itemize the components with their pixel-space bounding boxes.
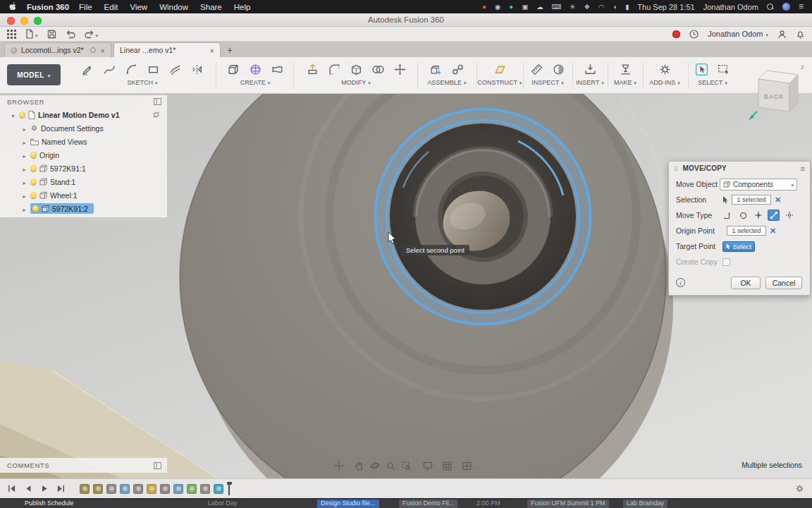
pan-hand-button[interactable]	[355, 461, 364, 471]
menubar-menu-item[interactable]: Share	[200, 3, 222, 11]
move-type-point-to-position-button[interactable]	[783, 210, 795, 221]
expand-arrow-icon[interactable]	[21, 124, 27, 133]
timeline-playhead[interactable]	[228, 483, 230, 495]
menubar-app-name[interactable]: Fusion 360	[27, 3, 69, 11]
menubar-menu-item[interactable]: Edit	[104, 3, 118, 11]
panel-collapse-icon[interactable]	[154, 98, 161, 105]
construction-plane-button[interactable]	[491, 60, 509, 78]
selected-row-highlight[interactable]: 5972K91:2	[30, 203, 94, 214]
origin-point-field[interactable]: 1 selected	[727, 226, 766, 236]
zoom-window-button[interactable]	[34, 17, 42, 25]
close-tab-icon[interactable]	[100, 46, 105, 54]
dialog-header[interactable]: MOVE/COPY	[669, 162, 810, 175]
menubar-menu-item[interactable]: View	[130, 3, 147, 11]
screen-share-icon[interactable]: ◉	[495, 0, 500, 13]
data-panel-grid-button[interactable]	[7, 30, 16, 39]
app-status-icon[interactable]: ●	[509, 0, 513, 13]
create-sketch-button[interactable]	[79, 60, 97, 78]
notifications-bell-icon[interactable]	[796, 30, 805, 39]
wifi-icon[interactable]: ◠	[598, 0, 604, 13]
document-tab-locomotion[interactable]: Locomoti...ings v2*	[4, 42, 111, 57]
viewcube[interactable]: BACK Z	[747, 61, 808, 126]
timeline-feature-icon[interactable]	[173, 484, 183, 494]
background-window-item[interactable]: Design Studio file...	[317, 500, 379, 508]
volume-icon[interactable]: ◖	[613, 0, 617, 13]
menubar-menu-item[interactable]: Window	[159, 3, 188, 11]
background-window-item[interactable]: Publish Schedule	[25, 500, 74, 508]
skip-to-start-button[interactable]	[7, 484, 16, 493]
comments-panel[interactable]: COMMENTS	[0, 458, 167, 473]
skip-to-end-button[interactable]	[56, 484, 66, 493]
browser-item-5972k91-2-selected[interactable]: 5972K91:2	[0, 202, 167, 215]
keyboard-icon[interactable]: ⌨	[552, 0, 562, 13]
shell-button[interactable]	[347, 60, 365, 78]
minimize-window-button[interactable]	[20, 17, 28, 25]
undo-button[interactable]	[66, 30, 75, 39]
move-tool-button[interactable]	[390, 60, 409, 78]
selection-count-field[interactable]: 1 selected	[732, 195, 771, 205]
timeline-feature-icon[interactable]	[93, 484, 103, 494]
loft-button[interactable]	[268, 60, 286, 78]
browser-item-root[interactable]: Linear Motion Demo v1	[0, 108, 167, 121]
joint-button[interactable]	[449, 60, 467, 78]
cloud-icon[interactable]: ☁	[536, 0, 543, 13]
move-type-translate-button[interactable]	[721, 210, 733, 221]
grid-snaps-button[interactable]	[443, 459, 456, 472]
screencast-record-button[interactable]	[672, 30, 680, 38]
background-window-item[interactable]: Fusion UFM Summit 1 PM	[527, 500, 609, 508]
visibility-bulb-icon[interactable]	[30, 192, 37, 198]
clear-origin-point-button[interactable]: ✕	[770, 226, 776, 236]
drag-handle-icon[interactable]	[674, 164, 679, 173]
close-window-button[interactable]	[7, 17, 15, 25]
zoom-button[interactable]	[386, 461, 395, 471]
timeline-feature-icon[interactable]	[133, 484, 143, 494]
menubar-clock[interactable]: Thu Sep 28 1:51	[637, 3, 694, 11]
browser-item-origin[interactable]: Origin	[0, 148, 167, 162]
addins-menu[interactable]: ADD-INS	[644, 79, 685, 86]
viewports-button[interactable]	[462, 459, 476, 472]
time-machine-icon[interactable]: ✳	[570, 0, 576, 13]
browser-item-named-views[interactable]: Named Views	[0, 135, 167, 148]
assemble-menu[interactable]: ASSEMBLE	[420, 79, 474, 86]
job-status-clock-icon[interactable]	[689, 30, 699, 39]
background-window-item[interactable]: Lab Brainday	[623, 500, 668, 508]
create-form-button[interactable]	[246, 60, 264, 78]
window-select-button[interactable]	[715, 60, 733, 78]
ok-button[interactable]: OK	[731, 277, 761, 289]
fillet-button[interactable]	[325, 60, 343, 78]
visibility-bulb-icon[interactable]	[19, 111, 25, 118]
menubar-user[interactable]: Jonathan Odom	[703, 3, 758, 11]
expand-arrow-icon[interactable]	[21, 138, 27, 146]
expand-arrow-icon[interactable]	[21, 178, 27, 186]
new-component-button[interactable]	[427, 60, 445, 78]
spline-tool-button[interactable]	[101, 60, 119, 78]
timeline-feature-icon[interactable]	[200, 484, 210, 494]
browser-item-wheel-1[interactable]: Wheel:1	[0, 188, 167, 202]
redo-button[interactable]	[85, 28, 99, 40]
pan-mode-button[interactable]	[334, 459, 348, 472]
create-menu[interactable]: CREATE	[219, 79, 292, 86]
make-menu[interactable]: MAKE	[609, 79, 641, 86]
window-manager-icon[interactable]: ▣	[522, 0, 528, 13]
visibility-bulb-icon[interactable]	[32, 205, 39, 212]
apple-logo-icon[interactable]	[8, 2, 17, 11]
press-pull-button[interactable]	[303, 60, 321, 78]
background-window-item[interactable]: Labor Day	[208, 500, 238, 508]
profile-icon[interactable]	[777, 30, 787, 39]
sketch-menu[interactable]: SKETCH	[69, 79, 216, 86]
visibility-bulb-icon[interactable]	[30, 179, 37, 185]
panel-collapse-icon[interactable]	[154, 462, 161, 469]
timeline-feature-icon[interactable]	[80, 484, 90, 494]
move-object-dropdown[interactable]: Components	[720, 179, 797, 190]
file-menu-button[interactable]	[25, 28, 38, 40]
move-type-point-to-point-button[interactable]	[768, 210, 780, 221]
rectangle-tool-button[interactable]	[144, 60, 163, 78]
bluetooth-icon[interactable]: ❖	[584, 0, 591, 13]
recording-indicator-icon[interactable]: ●	[482, 0, 486, 13]
battery-icon[interactable]: ▮	[625, 0, 629, 13]
dialog-menu-icon[interactable]	[801, 164, 805, 173]
info-icon[interactable]	[676, 278, 685, 287]
save-button[interactable]	[47, 30, 56, 39]
step-back-button[interactable]	[24, 484, 32, 493]
zoom-window-button[interactable]	[402, 461, 411, 471]
